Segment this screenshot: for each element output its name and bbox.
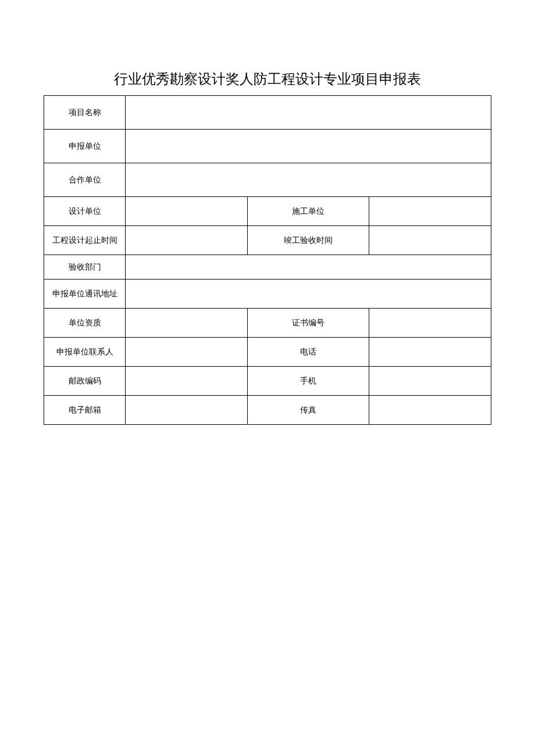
project-name-label: 项目名称 bbox=[44, 96, 126, 130]
table-row: 申报单位 bbox=[44, 130, 491, 163]
qualification-value bbox=[126, 309, 248, 338]
application-form-table: 项目名称 申报单位 合作单位 设计单位 施工单位 工程设计起止时间 竣工验收时间… bbox=[44, 95, 491, 425]
table-row: 项目名称 bbox=[44, 96, 491, 130]
acceptance-time-value bbox=[369, 226, 491, 255]
phone-value bbox=[369, 338, 491, 367]
fax-label: 传真 bbox=[247, 396, 369, 425]
postal-code-label: 邮政编码 bbox=[44, 367, 126, 396]
contact-person-value bbox=[126, 338, 248, 367]
table-row: 设计单位 施工单位 bbox=[44, 197, 491, 226]
design-unit-label: 设计单位 bbox=[44, 197, 126, 226]
phone-label: 电话 bbox=[247, 338, 369, 367]
applicant-unit-value bbox=[126, 130, 491, 163]
mobile-value bbox=[369, 367, 491, 396]
design-period-value bbox=[126, 226, 248, 255]
table-row: 电子邮箱 传真 bbox=[44, 396, 491, 425]
cooperation-unit-value bbox=[126, 163, 491, 197]
acceptance-dept-value bbox=[126, 255, 491, 280]
email-value bbox=[126, 396, 248, 425]
construction-unit-value bbox=[369, 197, 491, 226]
mailing-address-label: 申报单位通讯地址 bbox=[44, 280, 126, 309]
postal-code-value bbox=[126, 367, 248, 396]
cooperation-unit-label: 合作单位 bbox=[44, 163, 126, 197]
mobile-label: 手机 bbox=[247, 367, 369, 396]
table-row: 单位资质 证书编号 bbox=[44, 309, 491, 338]
acceptance-dept-label: 验收部门 bbox=[44, 255, 126, 280]
email-label: 电子邮箱 bbox=[44, 396, 126, 425]
design-period-label: 工程设计起止时间 bbox=[44, 226, 126, 255]
table-row: 验收部门 bbox=[44, 255, 491, 280]
qualification-label: 单位资质 bbox=[44, 309, 126, 338]
table-row: 邮政编码 手机 bbox=[44, 367, 491, 396]
table-row: 工程设计起止时间 竣工验收时间 bbox=[44, 226, 491, 255]
contact-person-label: 申报单位联系人 bbox=[44, 338, 126, 367]
certificate-no-value bbox=[369, 309, 491, 338]
fax-value bbox=[369, 396, 491, 425]
construction-unit-label: 施工单位 bbox=[247, 197, 369, 226]
acceptance-time-label: 竣工验收时间 bbox=[247, 226, 369, 255]
design-unit-value bbox=[126, 197, 248, 226]
form-title: 行业优秀勘察设计奖人防工程设计专业项目申报表 bbox=[44, 70, 491, 88]
project-name-value bbox=[126, 96, 491, 130]
table-row: 申报单位联系人 电话 bbox=[44, 338, 491, 367]
applicant-unit-label: 申报单位 bbox=[44, 130, 126, 163]
table-row: 申报单位通讯地址 bbox=[44, 280, 491, 309]
certificate-no-label: 证书编号 bbox=[247, 309, 369, 338]
table-row: 合作单位 bbox=[44, 163, 491, 197]
mailing-address-value bbox=[126, 280, 491, 309]
